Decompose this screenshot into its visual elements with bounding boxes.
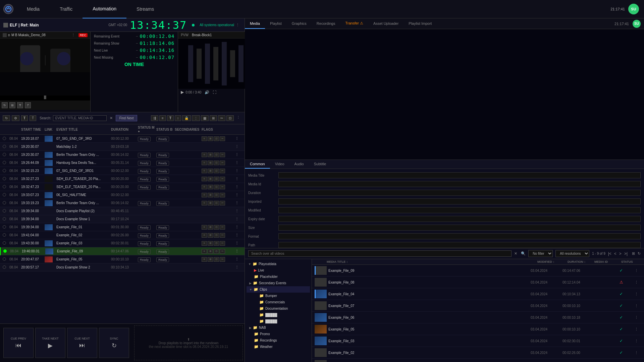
media-file-more[interactable]: ⋮: [635, 268, 641, 273]
folder-item-█████[interactable]: 📁█████: [247, 312, 310, 318]
flag-icon-3[interactable]: ⊡: [214, 257, 219, 262]
right-nav-recordings[interactable]: Recordings: [312, 19, 340, 29]
nav-item-traffic[interactable]: Traffic: [50, 0, 83, 18]
row-more[interactable]: ⋮: [235, 169, 242, 173]
toolbar-icon-6[interactable]: ⋮: [192, 115, 200, 121]
pvw-volume-btn[interactable]: 🔊: [205, 90, 209, 95]
flag-icon-1[interactable]: ≡: [202, 225, 207, 230]
page-first-btn[interactable]: |<: [608, 251, 611, 256]
folder-item-nab[interactable]: ▶📁NAB: [247, 324, 310, 331]
right-nav-graphics[interactable]: Graphics: [287, 19, 312, 29]
media-list-row[interactable]: Example_File_04 03.04.2024 00:10:34.13 ✓…: [312, 288, 644, 300]
flag-icon-4[interactable]: ✂: [220, 177, 225, 181]
folder-root[interactable]: ▼📁Playoutdata: [247, 261, 310, 267]
view-refresh-btn[interactable]: ↻: [638, 251, 641, 256]
meta-input[interactable]: [278, 233, 641, 239]
flag-icon-3[interactable]: ⊡: [214, 241, 219, 246]
flag-icon-3[interactable]: ⊡: [214, 225, 219, 230]
pvw-play-btn[interactable]: ▶: [181, 90, 184, 95]
table-row[interactable]: 08.04 19:20:30.07 Matchday 1-2 00:19:03.…: [0, 143, 245, 151]
flag-icon-2[interactable]: ⊞: [208, 161, 213, 165]
flag-icon-2[interactable]: ⊞: [208, 136, 213, 141]
right-nav-playlist[interactable]: Playlist: [265, 19, 287, 29]
right-nav-media[interactable]: Media: [245, 19, 265, 29]
flag-icon-3[interactable]: ⊡: [214, 201, 219, 205]
row-more[interactable]: ⋮: [235, 225, 242, 229]
flag-icon-2[interactable]: ⊞: [208, 201, 213, 205]
media-list-row[interactable]: Example_File_06 03.04.2024 00:00:10.18 ✓…: [312, 312, 644, 323]
table-row[interactable]: 08.04 19:39:34.00 Example_File_01 00:01:…: [0, 223, 245, 231]
meta-input[interactable]: [278, 207, 641, 213]
flag-icon-3[interactable]: ⊡: [214, 169, 219, 173]
table-row[interactable]: 08.04 19:39:34.00 Docs Example Playlist …: [0, 207, 245, 215]
page-prev-btn[interactable]: <: [614, 251, 616, 256]
row-more[interactable]: ⋮: [235, 193, 242, 197]
flag-icon-1[interactable]: ≡: [202, 161, 207, 165]
meta-tab-common[interactable]: Common: [245, 160, 270, 169]
flag-icon-3[interactable]: ⊡: [214, 249, 219, 254]
folder-item-weather[interactable]: 📁Weather: [247, 344, 310, 350]
row-more[interactable]: ⋮: [235, 201, 242, 205]
media-file-more[interactable]: ⋮: [635, 292, 641, 296]
flag-icon-4[interactable]: ✂: [220, 257, 225, 262]
row-more[interactable]: ⋮: [235, 249, 242, 253]
nav-item-streams[interactable]: Streams: [126, 0, 164, 18]
media-list-row[interactable]: Example_File_05 03.04.2024 00:00:10.10 ✓…: [312, 323, 644, 335]
media-list-row[interactable]: Example_File_01 03.04.2024 00:01:30.00 ✓…: [312, 359, 644, 362]
settings-btn[interactable]: ⚙: [12, 115, 19, 121]
flag-icon-2[interactable]: ⊞: [208, 177, 213, 181]
toolbar-icon-4[interactable]: ↕: [175, 115, 181, 121]
flag-icon-4[interactable]: ✂: [220, 225, 225, 230]
table-row[interactable]: 08.04 19:33:07.23 06_SIG_HALFTIME 00:00:…: [0, 191, 245, 199]
toolbar-icon-1[interactable]: ⇶: [151, 115, 158, 121]
meta-input[interactable]: [278, 172, 641, 178]
flag-icon-4[interactable]: ✂: [220, 136, 225, 141]
folder-item-█████[interactable]: 📁█████: [247, 318, 310, 324]
media-list-row[interactable]: Example_File_09 03.04.2024 00:14:47.06 ✓…: [312, 265, 644, 277]
media-list-row[interactable]: Example_File_02 03.04.2024 00:02:26.00 ✓…: [312, 347, 644, 359]
flag-icon-1[interactable]: ≡: [202, 257, 207, 262]
table-row[interactable]: 08.04 19:32:47.23 SEH_ELF_TEASER_20 Pla.…: [0, 183, 245, 191]
resolution-select[interactable]: All resolutions: [555, 250, 589, 257]
toolbar-more[interactable]: ⋮: [235, 115, 242, 121]
folder-item-promo[interactable]: 📁Promo: [247, 331, 310, 337]
text2-format-btn[interactable]: T: [30, 115, 36, 121]
media-file-more[interactable]: ⋮: [635, 315, 641, 320]
media-list-row[interactable]: Example_File_07 03.04.2024 00:00:10.10 ✓…: [312, 300, 644, 312]
row-more[interactable]: ⋮: [235, 161, 242, 165]
table-row[interactable]: 08.04 19:33:19.23 Berlin Thunder Team On…: [0, 199, 245, 207]
toolbar-icon-2[interactable]: ≡: [159, 115, 166, 121]
table-row[interactable]: 08.04 19:46:00.01 Example_File_09 00:14:…: [0, 247, 245, 255]
flag-icon-2[interactable]: ⊞: [208, 249, 213, 254]
meta-input[interactable]: [278, 225, 641, 231]
flag-icon-4[interactable]: ✂: [220, 241, 225, 246]
row-more[interactable]: ⋮: [235, 241, 242, 245]
media-file-more[interactable]: ⋮: [635, 304, 641, 308]
cue-next-btn[interactable]: CUE NEXT ⏭: [67, 328, 97, 358]
right-nav-transfer[interactable]: Transfer ⚠: [340, 18, 368, 29]
media-list-row[interactable]: Example_File_08 03.04.2024 00:12:14.04 ⚠…: [312, 277, 644, 288]
search-input[interactable]: [53, 115, 107, 121]
table-row[interactable]: 08.04 19:41:04.00 Example_File_02 00:02:…: [0, 231, 245, 239]
flag-icon-1[interactable]: ≡: [202, 177, 207, 181]
flag-icon-2[interactable]: ⊞: [208, 153, 213, 157]
preview-menu[interactable]: ⋮: [70, 33, 77, 37]
search-clear-btn[interactable]: ✕: [108, 116, 114, 120]
media-search-clear[interactable]: ✕: [514, 251, 517, 256]
nav-item-media[interactable]: Media: [17, 0, 50, 18]
toolbar-icon-10[interactable]: ⊡: [226, 115, 234, 121]
flag-icon-2[interactable]: ⊞: [208, 233, 213, 238]
flag-icon-1[interactable]: ≡: [202, 153, 207, 157]
meta-input[interactable]: [278, 181, 641, 187]
flag-icon-1[interactable]: ≡: [202, 169, 207, 173]
filter-select[interactable]: No filter: [528, 250, 553, 257]
table-row[interactable]: 08.04 19:32:27.23 SEH_ELF_TEASER_20 Pla.…: [0, 175, 245, 183]
flag-icon-1[interactable]: ≡: [202, 201, 207, 205]
folder-item-clips[interactable]: ▼📁Clips: [247, 286, 310, 293]
rundown-table[interactable]: 08.04 19:20:18.07 07_SIG_END_OF_3RD 00:0…: [0, 135, 245, 323]
flag-icon-2[interactable]: ⊞: [208, 225, 213, 230]
row-more[interactable]: ⋮: [235, 144, 242, 149]
view-grid-btn[interactable]: ⊞: [632, 251, 635, 256]
flag-icon-1[interactable]: ≡: [202, 136, 207, 141]
flag-icon-4[interactable]: ✂: [220, 169, 225, 173]
